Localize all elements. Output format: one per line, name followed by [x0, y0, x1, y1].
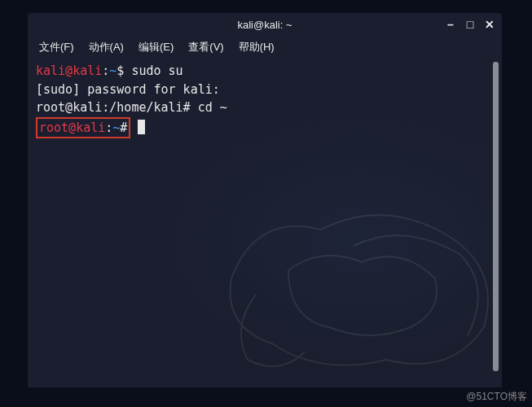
- highlight-box: root@kali:~#: [36, 117, 130, 139]
- window-title: kali@kali: ~: [237, 19, 292, 31]
- maximize-icon[interactable]: □: [464, 19, 476, 30]
- menubar: 文件(F) 动作(A) 编辑(E) 查看(V) 帮助(H): [28, 36, 502, 59]
- terminal-line: root@kali:/home/kali# cd ~: [36, 98, 494, 117]
- prompt-sep: :: [102, 63, 109, 78]
- terminal-line: kali@kali:~$ sudo su: [36, 62, 494, 81]
- window-controls: – □ ✕: [445, 19, 495, 30]
- close-icon[interactable]: ✕: [484, 19, 495, 30]
- terminal-window: kali@kali: ~ – □ ✕ 文件(F) 动作(A) 编辑(E) 查看(…: [28, 13, 502, 387]
- prompt-user: kali@kali: [36, 63, 102, 78]
- prompt-path: ~: [109, 63, 117, 78]
- prompt-text: root@kali:/home/kali#: [36, 100, 191, 115]
- scrollbar[interactable]: [493, 62, 499, 371]
- menu-action[interactable]: 动作(A): [89, 40, 124, 55]
- command-text: cd ~: [191, 100, 227, 115]
- terminal-body[interactable]: kali@kali:~$ sudo su [sudo] password for…: [28, 59, 502, 387]
- prompt-sep: :: [105, 120, 112, 135]
- prompt-symbol: #: [120, 120, 127, 135]
- menu-file[interactable]: 文件(F): [39, 40, 74, 55]
- kali-dragon-bg-icon: [191, 164, 517, 392]
- watermark: @51CTO博客: [466, 390, 527, 404]
- command-text: sudo su: [124, 63, 182, 78]
- cursor: [138, 120, 145, 134]
- prompt-user: root@kali: [39, 120, 105, 135]
- menu-edit[interactable]: 编辑(E): [138, 40, 174, 55]
- menu-view[interactable]: 查看(V): [188, 40, 223, 55]
- terminal-line: [sudo] password for kali:: [36, 81, 494, 99]
- minimize-icon[interactable]: –: [445, 19, 456, 30]
- terminal-line: root@kali:~#: [36, 117, 494, 139]
- window-titlebar: kali@kali: ~ – □ ✕: [28, 13, 502, 36]
- prompt-path: ~: [112, 120, 120, 135]
- menu-help[interactable]: 帮助(H): [239, 40, 275, 55]
